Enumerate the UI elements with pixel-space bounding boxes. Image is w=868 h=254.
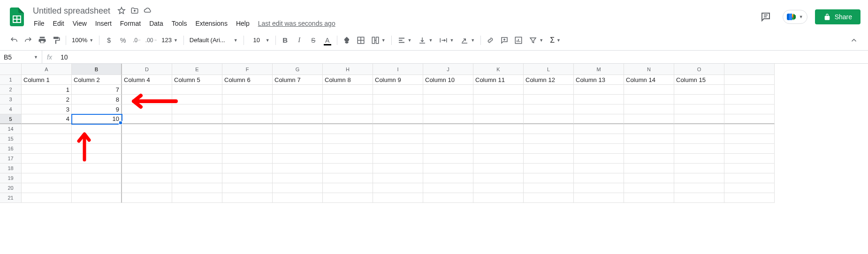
paint-format-button[interactable] — [50, 34, 63, 47]
col-header-[interactable] — [724, 64, 775, 75]
cell-14[interactable] — [724, 124, 775, 134]
row-header-4[interactable]: 4 — [0, 105, 22, 114]
menu-insert[interactable]: Insert — [91, 18, 115, 29]
col-header-D[interactable]: D — [122, 64, 172, 75]
cell-N19[interactable] — [624, 173, 674, 183]
merge-cells-button[interactable]: ▼ — [368, 35, 388, 45]
cell-M3[interactable] — [574, 95, 624, 105]
cell-J1[interactable]: Column 10 — [423, 75, 473, 85]
cell-B2[interactable]: 7 — [72, 85, 122, 95]
cell-E5[interactable] — [172, 114, 222, 124]
cell-G1[interactable]: Column 7 — [273, 75, 323, 85]
cell-H19[interactable] — [323, 173, 373, 183]
menu-data[interactable]: Data — [145, 18, 167, 29]
collapse-toolbar-button[interactable] — [847, 34, 860, 47]
cell-J2[interactable] — [423, 85, 473, 95]
row-header-20[interactable]: 20 — [0, 183, 22, 193]
col-header-I[interactable]: I — [373, 64, 423, 75]
row-header-2[interactable]: 2 — [0, 85, 22, 95]
cell-J20[interactable] — [423, 183, 473, 193]
cell-B4[interactable]: 9 — [72, 105, 122, 114]
col-header-H[interactable]: H — [323, 64, 373, 75]
cell-H18[interactable] — [323, 164, 373, 173]
cell-L1[interactable]: Column 12 — [524, 75, 574, 85]
cell-5[interactable] — [724, 114, 775, 124]
cell-N5[interactable] — [624, 114, 674, 124]
cell-21[interactable] — [724, 193, 775, 203]
text-color-button[interactable]: A — [321, 34, 334, 47]
cell-M19[interactable] — [574, 173, 624, 183]
cell-O4[interactable] — [674, 105, 724, 114]
cell-F4[interactable] — [222, 105, 273, 114]
cell-F3[interactable] — [222, 95, 273, 105]
text-rotation-button[interactable]: ▼ — [457, 35, 478, 45]
cell-N14[interactable] — [624, 124, 674, 134]
cell-I21[interactable] — [373, 193, 423, 203]
cell-A15[interactable] — [22, 134, 72, 144]
cell-J3[interactable] — [423, 95, 473, 105]
cell-A16[interactable] — [22, 144, 72, 154]
cell-M4[interactable] — [574, 105, 624, 114]
menu-view[interactable]: View — [69, 18, 91, 29]
cell-M14[interactable] — [574, 124, 624, 134]
cell-G18[interactable] — [273, 164, 323, 173]
cell-15[interactable] — [724, 134, 775, 144]
cell-K17[interactable] — [473, 154, 524, 164]
cell-D18[interactable] — [122, 164, 172, 173]
cell-H16[interactable] — [323, 144, 373, 154]
cell-L16[interactable] — [524, 144, 574, 154]
cell-E18[interactable] — [172, 164, 222, 173]
cell-H14[interactable] — [323, 124, 373, 134]
cell-H15[interactable] — [323, 134, 373, 144]
fill-color-button[interactable] — [340, 34, 353, 47]
cell-O15[interactable] — [674, 134, 724, 144]
cell-G2[interactable] — [273, 85, 323, 95]
cell-B1[interactable]: Column 2 — [72, 75, 122, 85]
cell-16[interactable] — [724, 144, 775, 154]
cell-A4[interactable]: 3 — [22, 105, 72, 114]
filter-button[interactable]: ▼ — [526, 35, 546, 45]
cell-L19[interactable] — [524, 173, 574, 183]
more-formats-select[interactable]: 123▼ — [159, 36, 181, 45]
cell-K2[interactable] — [473, 85, 524, 95]
cell-A21[interactable] — [22, 193, 72, 203]
cell-F16[interactable] — [222, 144, 273, 154]
meet-button[interactable]: ▼ — [783, 10, 807, 24]
italic-button[interactable]: I — [293, 34, 306, 47]
row-header-3[interactable]: 3 — [0, 95, 22, 105]
cell-M17[interactable] — [574, 154, 624, 164]
cell-K5[interactable] — [473, 114, 524, 124]
cell-N3[interactable] — [624, 95, 674, 105]
cell-O18[interactable] — [674, 164, 724, 173]
cell-D4[interactable] — [122, 105, 172, 114]
col-header-M[interactable]: M — [574, 64, 624, 75]
row-header-14[interactable]: 14 — [0, 124, 22, 134]
row-header-19[interactable]: 19 — [0, 173, 22, 183]
col-header-O[interactable]: O — [674, 64, 724, 75]
cell-I14[interactable] — [373, 124, 423, 134]
cell-M16[interactable] — [574, 144, 624, 154]
row-header-16[interactable]: 16 — [0, 144, 22, 154]
cell-I18[interactable] — [373, 164, 423, 173]
cell-G19[interactable] — [273, 173, 323, 183]
menu-format[interactable]: Format — [116, 18, 145, 29]
cell-J15[interactable] — [423, 134, 473, 144]
cell-I16[interactable] — [373, 144, 423, 154]
cell-F14[interactable] — [222, 124, 273, 134]
cell-E16[interactable] — [172, 144, 222, 154]
cell-G15[interactable] — [273, 134, 323, 144]
cell-E1[interactable]: Column 5 — [172, 75, 222, 85]
cell-18[interactable] — [724, 164, 775, 173]
row-header-5[interactable]: 5 — [0, 114, 22, 124]
cell-3[interactable] — [724, 95, 775, 105]
bold-button[interactable]: B — [279, 34, 292, 47]
cell-B18[interactable] — [72, 164, 122, 173]
cell-N18[interactable] — [624, 164, 674, 173]
row-header-17[interactable]: 17 — [0, 154, 22, 164]
cloud-icon[interactable] — [143, 6, 152, 15]
col-header-K[interactable]: K — [473, 64, 524, 75]
col-header-A[interactable]: A — [22, 64, 72, 75]
cell-H4[interactable] — [323, 105, 373, 114]
row-header-15[interactable]: 15 — [0, 134, 22, 144]
cell-M1[interactable]: Column 13 — [574, 75, 624, 85]
